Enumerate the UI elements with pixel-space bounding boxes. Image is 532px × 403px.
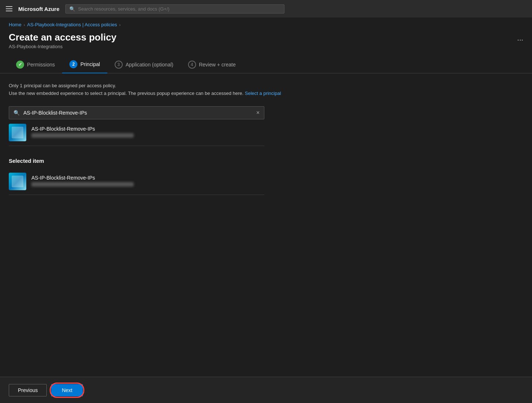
tab-label-permissions: Permissions <box>27 62 55 68</box>
selected-item-id-blurred <box>31 182 134 187</box>
info-text: Only 1 principal can be assigned per acc… <box>9 82 523 97</box>
search-magnifier-icon: 🔍 <box>14 110 20 116</box>
app-icon-result <box>9 124 26 141</box>
azure-logo: Microsoft Azure <box>18 6 60 12</box>
tab-circle-review: 4 <box>188 61 196 69</box>
breadcrumb-home[interactable]: Home <box>9 22 22 27</box>
previous-button[interactable]: Previous <box>9 384 47 396</box>
tab-application[interactable]: 3 Application (optional) <box>107 57 181 73</box>
global-search-bar[interactable]: 🔍 <box>65 4 284 14</box>
page-title: Create an access policy <box>9 32 513 43</box>
tab-label-review: Review + create <box>199 62 236 68</box>
tab-review[interactable]: 4 Review + create <box>181 57 243 73</box>
tab-step-application: 3 <box>118 62 120 67</box>
main-content: Home › AS-Playbook-Integrations | Access… <box>0 18 532 377</box>
more-options-icon[interactable]: ... <box>517 32 523 42</box>
top-navigation: Microsoft Azure 🔍 <box>0 0 532 18</box>
result-name: AS-IP-Blocklist-Remove-IPs <box>31 126 134 132</box>
tab-circle-principal: 2 <box>69 60 77 68</box>
tab-circle-permissions: ✓ <box>16 61 24 69</box>
next-button[interactable]: Next <box>51 384 83 396</box>
content-area: Only 1 principal can be assigned per acc… <box>0 73 532 377</box>
result-info: AS-IP-Blocklist-Remove-IPs <box>31 126 134 139</box>
hamburger-menu[interactable] <box>6 6 12 11</box>
tab-label-principal: Principal <box>80 61 100 67</box>
azure-logo-text: Microsoft Azure <box>18 6 60 12</box>
principal-search-container: 🔍 × <box>9 106 264 119</box>
info-line1: Only 1 principal can be assigned per acc… <box>9 83 116 88</box>
tab-step-principal: 2 <box>72 62 75 67</box>
info-line2: Use the new embedded experience to selec… <box>9 91 244 96</box>
tab-circle-application: 3 <box>115 61 123 69</box>
search-icon: 🔍 <box>69 6 75 12</box>
page-header: Create an access policy AS-Playbook-Inte… <box>0 30 532 51</box>
principal-search-input[interactable] <box>23 110 253 116</box>
breadcrumb: Home › AS-Playbook-Integrations | Access… <box>0 18 532 30</box>
search-result-item[interactable]: AS-IP-Blocklist-Remove-IPs <box>9 119 264 146</box>
select-principal-link[interactable]: Select a principal <box>245 91 281 96</box>
breadcrumb-parent[interactable]: AS-Playbook-Integrations | Access polici… <box>27 22 117 27</box>
page-title-block: Create an access policy AS-Playbook-Inte… <box>9 32 513 49</box>
selected-item[interactable]: AS-IP-Blocklist-Remove-IPs <box>9 168 264 195</box>
search-clear-icon[interactable]: × <box>256 110 260 116</box>
wizard-tabs: ✓ Permissions 2 Principal 3 Application … <box>0 51 532 73</box>
tab-step-review: 4 <box>191 62 193 67</box>
result-id-blurred <box>31 133 134 138</box>
tab-permissions[interactable]: ✓ Permissions <box>9 57 62 73</box>
selected-item-id <box>31 182 134 188</box>
selected-section: Selected item AS-IP-Blocklist-Remove-IPs <box>9 158 523 195</box>
breadcrumb-sep-1: › <box>24 23 25 27</box>
selected-item-name: AS-IP-Blocklist-Remove-IPs <box>31 175 134 181</box>
tab-label-application: Application (optional) <box>126 62 173 68</box>
breadcrumb-sep-2: › <box>119 23 121 27</box>
global-search-input[interactable] <box>78 6 280 12</box>
app-icon-selected <box>9 173 26 190</box>
selected-section-title: Selected item <box>9 158 523 164</box>
tab-principal[interactable]: 2 Principal <box>62 57 107 73</box>
selected-result-info: AS-IP-Blocklist-Remove-IPs <box>31 175 134 188</box>
page-subtitle: AS-Playbook-Integrations <box>9 44 513 49</box>
bottom-bar: Previous Next <box>0 377 532 403</box>
result-id <box>31 133 134 139</box>
